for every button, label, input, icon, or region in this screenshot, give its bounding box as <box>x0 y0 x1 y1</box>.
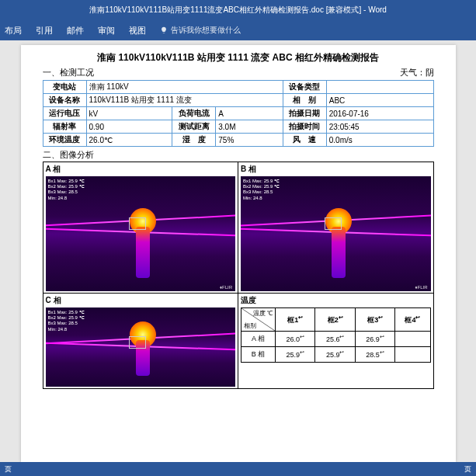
table-row: 变电站 淮南 110kV 设备类型 <box>43 81 433 94</box>
cell: 26.9↩ <box>355 332 394 347</box>
cell: 28.5↩ <box>355 347 394 363</box>
table-row: C 相 Bx1 Max: 25.9 ℃ Bx2 Max: 25.9 ℃ Bx3 … <box>43 294 433 389</box>
lbl-phase: 相 别 <box>283 94 326 107</box>
val-current: A <box>216 107 283 120</box>
col-header: 框4↩ <box>395 308 430 332</box>
cell-phase-b: B 相 Bx1 Max: 25.9 ℃ Bx2 Max: 25.9 ℃ Bx3 … <box>238 162 434 294</box>
col-header: 框1↩ <box>276 308 315 332</box>
col-header: 框3↩ <box>355 308 394 332</box>
measure-box <box>325 217 342 230</box>
thermal-image-c: Bx1 Max: 25.9 ℃ Bx2 Max: 25.9 ℃ Bx3 Max:… <box>46 307 236 387</box>
cell-temp-table: 温度 温度 ℃ 相别 框1↩ 框2↩ 框3↩ 框4↩ <box>238 294 434 389</box>
tell-me-search[interactable]: 告诉我你想要做什么 <box>160 25 241 36</box>
weather-label: 天气：阴 <box>400 67 434 78</box>
lbl-substation: 变电站 <box>43 81 86 94</box>
cell <box>395 347 430 363</box>
val-devtype <box>326 81 433 94</box>
status-left: 页 <box>5 464 12 474</box>
table-row: 环境温度 26.0℃ 湿 度 75% 风 速 0.0m/s <box>43 134 433 147</box>
cell: 26.0↩ <box>276 332 315 347</box>
label-phase-a: A 相 <box>46 164 236 175</box>
window-titlebar: 淮南110kV110kV111B站用变1111流变ABC相红外精确检测报告.do… <box>0 0 476 20</box>
info-table: 变电站 淮南 110kV 设备类型 设备名称 110kV111B 站用变 111… <box>43 80 434 147</box>
diag-header: 温度 ℃ 相别 <box>241 308 276 332</box>
val-humidity: 75% <box>216 134 283 147</box>
table-row: A 相 Bx1 Max: 25.9 ℃ Bx2 Max: 25.9 ℃ Bx3 … <box>43 162 433 294</box>
val-devname: 110kV111B 站用变 1111 流变 <box>86 94 283 107</box>
status-right: 页 <box>464 464 471 474</box>
lbl-distance: 测试距离 <box>172 120 216 134</box>
ribbon-tab-mailings[interactable]: 邮件 <box>67 25 84 36</box>
val-substation: 淮南 110kV <box>86 81 283 94</box>
label-temp: 温度 <box>241 295 431 306</box>
lbl-devname: 设备名称 <box>43 94 86 107</box>
window-title: 淮南110kV110kV111B站用变1111流变ABC相红外精确检测报告.do… <box>89 5 387 16</box>
table-row: 温度 ℃ 相别 框1↩ 框2↩ 框3↩ 框4↩ <box>241 308 431 332</box>
ribbon-tab-references[interactable]: 引用 <box>36 25 53 36</box>
document-canvas: 淮南 110kV110kV111B 站用变 1111 流变 ABC 相红外精确检… <box>0 40 476 462</box>
cell-phase-a: A 相 Bx1 Max: 25.9 ℃ Bx2 Max: 25.9 ℃ Bx3 … <box>43 162 238 294</box>
lbl-humidity: 湿 度 <box>172 134 216 147</box>
table-row: A 相 26.0↩ 25.6↩ 26.9↩ <box>241 332 431 347</box>
lbl-emissivity: 辐射率 <box>43 120 86 134</box>
ribbon-tab-review[interactable]: 审阅 <box>98 25 115 36</box>
table-row: B 相 25.9↩ 25.9↩ 28.5↩ <box>241 347 431 363</box>
flir-logo: ♦FLIR <box>415 285 427 290</box>
lightbulb-icon <box>160 26 168 34</box>
label-phase-c: C 相 <box>46 295 236 306</box>
statusbar: 页 页 <box>0 462 476 476</box>
row-label: B 相 <box>241 347 276 363</box>
table-row: 设备名称 110kV111B 站用变 1111 流变 相 别 ABC <box>43 94 433 107</box>
lbl-devtype: 设备类型 <box>283 81 326 94</box>
tell-me-placeholder: 告诉我你想要做什么 <box>171 25 241 36</box>
cell: 25.6↩ <box>315 332 355 347</box>
ribbon-tab-layout[interactable]: 布局 <box>5 25 22 36</box>
cell: 25.9↩ <box>315 347 355 363</box>
val-ambient: 26.0℃ <box>86 134 172 147</box>
val-shotdate: 2016-07-16 <box>326 107 433 120</box>
thermal-readout: Bx1 Max: 25.9 ℃ Bx2 Max: 25.9 ℃ Bx3 Max:… <box>48 179 85 201</box>
lbl-voltage: 运行电压 <box>43 107 86 120</box>
thermal-readout: Bx1 Max: 25.9 ℃ Bx2 Max: 25.9 ℃ Bx3 Max:… <box>48 310 85 332</box>
doc-title: 淮南 110kV110kV111B 站用变 1111 流变 ABC 相红外精确检… <box>43 51 434 64</box>
val-shottime: 23:05:45 <box>326 120 433 134</box>
ribbon: 布局 引用 邮件 审阅 视图 告诉我你想要做什么 <box>0 20 476 40</box>
temperature-table: 温度 ℃ 相别 框1↩ 框2↩ 框3↩ 框4↩ A 相 26.0↩ 25.6↩ <box>241 307 431 363</box>
cell: 25.9↩ <box>276 347 315 363</box>
thermal-readout: Bx1 Max: 25.9 ℃ Bx2 Max: 25.9 ℃ Bx3 Max:… <box>243 179 280 201</box>
document-page: 淮南 110kV110kV111B 站用变 1111 流变 ABC 相红外精确检… <box>21 45 456 462</box>
cell <box>395 332 430 347</box>
cell-phase-c: C 相 Bx1 Max: 25.9 ℃ Bx2 Max: 25.9 ℃ Bx3 … <box>43 294 238 389</box>
lbl-wind: 风 速 <box>283 134 326 147</box>
thermal-image-b: Bx1 Max: 25.9 ℃ Bx2 Max: 25.9 ℃ Bx3 Max:… <box>241 176 431 291</box>
lbl-shottime: 拍摄时间 <box>283 120 326 134</box>
measure-box <box>129 217 146 230</box>
image-grid: A 相 Bx1 Max: 25.9 ℃ Bx2 Max: 25.9 ℃ Bx3 … <box>43 162 434 389</box>
lbl-ambient: 环境温度 <box>43 134 86 147</box>
val-voltage: kV <box>86 107 172 120</box>
table-row: 辐射率 0.90 测试距离 3.0M 拍摄时间 23:05:45 <box>43 120 433 134</box>
section-1-row: 一、检测工况 天气：阴 <box>43 67 434 78</box>
lbl-current: 负荷电流 <box>172 107 216 120</box>
row-label: A 相 <box>241 332 276 347</box>
table-row: 运行电压 kV 负荷电流 A 拍摄日期 2016-07-16 <box>43 107 433 120</box>
val-phase: ABC <box>326 94 433 107</box>
val-distance: 3.0M <box>216 120 283 134</box>
val-emissivity: 0.90 <box>86 120 172 134</box>
measure-box <box>129 336 146 349</box>
col-header: 框2↩ <box>315 308 355 332</box>
label-phase-b: B 相 <box>241 164 431 175</box>
lbl-shotdate: 拍摄日期 <box>283 107 326 120</box>
val-wind: 0.0m/s <box>326 134 433 147</box>
ribbon-tab-view[interactable]: 视图 <box>129 25 146 36</box>
flir-logo: ♦FLIR <box>220 285 232 290</box>
equipment <box>125 321 156 376</box>
section-1-heading: 一、检测工况 <box>43 67 94 78</box>
section-2-heading: 二、图像分析 <box>43 149 434 161</box>
thermal-image-a: Bx1 Max: 25.9 ℃ Bx2 Max: 25.9 ℃ Bx3 Max:… <box>46 176 236 291</box>
